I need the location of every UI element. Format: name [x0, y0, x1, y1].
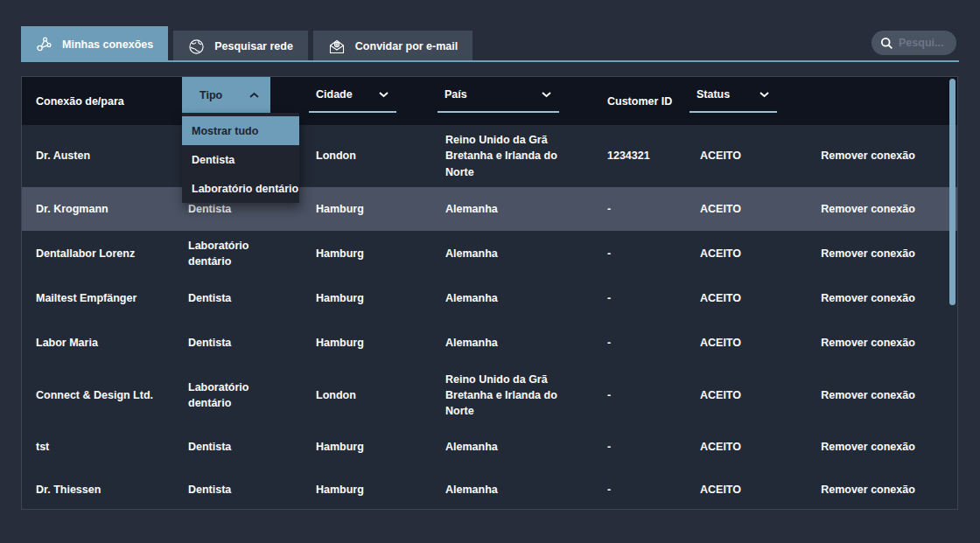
column-header-name: Conexão de/para: [22, 77, 182, 125]
search-icon: [880, 37, 893, 50]
cell-tipo: Laboratório dentário: [182, 231, 309, 276]
table-row[interactable]: tst Dentista Hamburg Alemanha - ACEITO R…: [22, 425, 957, 469]
cell-tipo: Dentista: [182, 425, 309, 469]
status-badge: ACEITO: [682, 125, 779, 187]
cell-pais: Reino Unido da Grã Bretanha e Irlanda do…: [438, 125, 586, 187]
status-badge: ACEITO: [682, 365, 779, 425]
connections-table: Conexão de/para Tipo Cidade: [21, 76, 958, 510]
remove-connection-button[interactable]: Remover conexão: [779, 365, 957, 425]
cell-cidade: Hamburg: [309, 321, 438, 365]
cell-pais: Alemanha: [438, 469, 586, 511]
tab-minhas-conexoes[interactable]: Minhas conexões: [21, 26, 168, 62]
dropdown-option-mostrar-tudo[interactable]: Mostrar tudo: [182, 116, 299, 145]
status-badge: ACEITO: [682, 321, 779, 365]
cell-customer-id: -: [586, 365, 682, 425]
cell-customer-id: -: [586, 321, 682, 365]
cell-name: tst: [22, 425, 182, 469]
cell-name: Dr. Austen: [22, 125, 182, 187]
cell-name: Connect & Design Ltd.: [22, 365, 182, 425]
filter-tipo-label: Tipo: [200, 89, 222, 101]
search-box[interactable]: [872, 31, 956, 55]
cell-cidade: Hamburg: [309, 187, 438, 231]
column-header-customer-id: Customer ID: [586, 77, 682, 125]
chevron-up-icon: [248, 92, 260, 99]
dropdown-option-dentista[interactable]: Dentista: [182, 145, 299, 174]
cell-pais: Alemanha: [438, 187, 586, 231]
cell-tipo: Dentista: [182, 469, 309, 511]
remove-connection-button[interactable]: Remover conexão: [779, 425, 957, 469]
cell-cidade: Hamburg: [309, 425, 438, 469]
cell-tipo: Laboratório dentário: [182, 365, 309, 425]
tab-underline: [21, 60, 959, 62]
remove-connection-button[interactable]: Remover conexão: [779, 125, 957, 187]
cell-customer-id: -: [586, 425, 682, 469]
cell-cidade: Hamburg: [309, 231, 438, 276]
cell-customer-id: 1234321: [586, 125, 682, 187]
filter-status[interactable]: Status: [690, 77, 777, 113]
cell-customer-id: -: [586, 469, 682, 511]
network-icon: [36, 36, 52, 52]
filter-cidade-label: Cidade: [316, 88, 353, 101]
cell-name: Mailtest Empfänger: [22, 276, 182, 321]
cell-cidade: Hamburg: [309, 276, 438, 321]
chevron-down-icon: [541, 91, 552, 98]
table-header: Conexão de/para Tipo Cidade: [22, 77, 957, 125]
chevron-down-icon: [378, 91, 389, 98]
cell-name: Dentallabor Lorenz: [22, 231, 182, 276]
cell-customer-id: -: [586, 276, 682, 321]
cell-tipo: Dentista: [182, 276, 309, 321]
chevron-down-icon: [759, 91, 770, 98]
cell-customer-id: -: [586, 231, 682, 276]
cell-name: Dr. Thiessen: [22, 469, 182, 511]
search-input[interactable]: [899, 37, 953, 49]
cell-pais: Alemanha: [438, 231, 586, 276]
cell-cidade: London: [309, 365, 438, 425]
cell-pais: Reino Unido da Grã Bretanha e Irlanda do…: [438, 365, 586, 425]
tab-label: Convidar por e-mail: [355, 40, 458, 52]
cell-name: Labor Maria: [22, 321, 182, 365]
table-row[interactable]: Dentallabor Lorenz Laboratório dentário …: [22, 231, 957, 276]
table-row[interactable]: Labor Maria Dentista Hamburg Alemanha - …: [22, 321, 957, 365]
filter-cidade[interactable]: Cidade: [309, 77, 396, 113]
cell-cidade: London: [309, 125, 438, 187]
filter-status-label: Status: [696, 88, 730, 101]
cell-pais: Alemanha: [438, 425, 586, 469]
status-badge: ACEITO: [682, 231, 779, 276]
cell-pais: Alemanha: [438, 321, 586, 365]
scrollbar-thumb[interactable]: [949, 79, 956, 305]
table-row[interactable]: Dr. Thiessen Dentista Hamburg Alemanha -…: [22, 469, 957, 511]
globe-icon: [188, 38, 205, 55]
filter-pais[interactable]: País: [438, 77, 559, 113]
dropdown-option-laboratorio-dentario[interactable]: Laboratório dentário: [182, 174, 299, 203]
cell-pais: Alemanha: [438, 276, 586, 321]
status-badge: ACEITO: [682, 425, 779, 469]
tab-label: Minhas conexões: [62, 38, 153, 51]
tab-pesquisar-rede[interactable]: Pesquisar rede: [173, 31, 308, 62]
tab-convidar-email[interactable]: Convidar por e-mail: [313, 31, 472, 62]
table-row[interactable]: Connect & Design Ltd. Laboratório dentár…: [22, 365, 957, 425]
cell-customer-id: -: [586, 187, 682, 231]
status-badge: ACEITO: [682, 276, 779, 321]
status-badge: ACEITO: [682, 187, 779, 231]
remove-connection-button[interactable]: Remover conexão: [779, 469, 957, 511]
email-icon: [328, 38, 346, 55]
cell-tipo: Dentista: [182, 321, 309, 365]
table-row[interactable]: Mailtest Empfänger Dentista Hamburg Alem…: [22, 276, 957, 321]
table-row[interactable]: Dr. Austen London Reino Unido da Grã Bre…: [22, 125, 957, 187]
cell-name: Dr. Krogmann: [22, 187, 182, 231]
tab-bar: Minhas conexões Pesquisar rede Convidar …: [21, 26, 959, 62]
filter-tipo[interactable]: Tipo: [182, 77, 270, 113]
filter-pais-label: País: [444, 88, 467, 101]
remove-connection-button[interactable]: Remover conexão: [779, 321, 957, 365]
cell-cidade: Hamburg: [309, 469, 438, 511]
tab-label: Pesquisar rede: [214, 40, 293, 52]
remove-connection-button[interactable]: Remover conexão: [779, 231, 957, 276]
remove-connection-button[interactable]: Remover conexão: [779, 276, 957, 321]
status-badge: ACEITO: [682, 469, 779, 511]
tipo-dropdown-menu: Mostrar tudo Dentista Laboratório dentár…: [182, 113, 299, 203]
remove-connection-button[interactable]: Remover conexão: [779, 187, 957, 231]
table-row[interactable]: Dr. Krogmann Dentista Hamburg Alemanha -…: [22, 187, 957, 231]
